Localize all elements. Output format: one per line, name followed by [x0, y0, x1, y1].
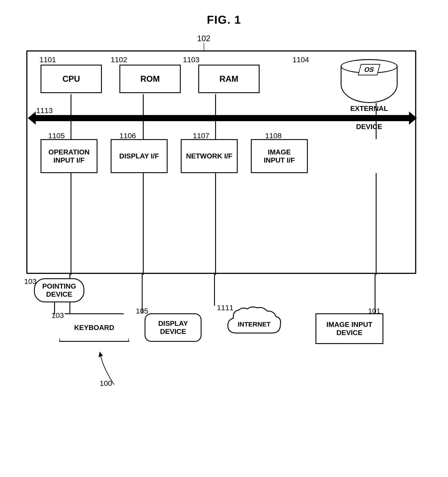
dispif-ext-line — [143, 173, 144, 275]
rom-bus-line — [143, 94, 144, 115]
display-if-box: DISPLAY I/F — [111, 139, 167, 173]
image-input-device-container: IMAGE INPUT DEVICE — [316, 313, 383, 344]
pointing-device-box: POINTING DEVICE — [34, 278, 84, 302]
cpu-box: CPU — [41, 65, 102, 93]
ref-1106: 1106 — [119, 131, 136, 140]
cylinder: OS — [341, 59, 398, 103]
opif-ext-line — [71, 173, 72, 275]
ref-1101: 1101 — [39, 55, 56, 64]
pointing-device-container: POINTING DEVICE — [34, 278, 84, 302]
ref-100-arrow — [85, 345, 129, 389]
network-if-box: NETWORK I/F — [181, 139, 238, 173]
rom-box: ROM — [119, 65, 181, 93]
ref-1108: 1108 — [265, 131, 282, 140]
ref-1111: 1111 — [217, 304, 233, 312]
ref-1105: 1105 — [48, 131, 65, 140]
ref-103b: 103 — [52, 311, 64, 320]
os-label: OS — [359, 64, 379, 75]
ref-1104: 1104 — [293, 55, 309, 64]
bus-imgif-line — [376, 121, 376, 139]
page-title: FIG. 1 — [0, 0, 448, 26]
svg-text:INTERNET: INTERNET — [238, 321, 271, 328]
display-device-box: DISPLAY DEVICE — [145, 313, 202, 342]
operation-input-if-box: OPERATIONINPUT I/F — [41, 139, 97, 173]
ext-netif-line — [214, 274, 215, 306]
keyboard-box: KEYBOARD — [59, 313, 129, 342]
main-box-102: 1101 1102 1103 1104 CPU ROM RAM OS EXTER… — [26, 50, 416, 274]
ref-1107: 1107 — [193, 131, 209, 140]
ref-101: 101 — [368, 307, 381, 315]
ref-103a: 103 — [24, 277, 36, 286]
ram-box: RAM — [198, 65, 260, 93]
bus-arrow — [34, 115, 411, 121]
cpu-bus-line — [71, 94, 72, 115]
label-102: 102 — [197, 34, 210, 43]
display-device-container: DISPLAY DEVICE — [145, 313, 202, 342]
keyboard-container: KEYBOARD — [59, 313, 129, 342]
ref-105: 105 — [136, 307, 148, 315]
top-components: CPU ROM RAM — [41, 65, 260, 93]
bus-dispif-line — [143, 121, 144, 139]
bus-netif-line — [215, 121, 216, 139]
ref-1102: 1102 — [111, 55, 127, 64]
netif-ext-line — [215, 173, 216, 275]
imgif-ext-line — [376, 173, 376, 275]
storage-bus-line — [376, 103, 376, 115]
bottom-interfaces: OPERATIONINPUT I/F DISPLAY I/F NETWORK I… — [41, 139, 308, 173]
ref-1113: 1113 — [36, 106, 53, 115]
bus-opif-line — [71, 121, 72, 139]
ref-1103: 1103 — [183, 55, 200, 64]
os-parallelogram: OS — [358, 64, 380, 75]
ram-bus-line — [215, 94, 216, 115]
label-102-connector — [204, 43, 204, 52]
svg-marker-1 — [99, 352, 103, 357]
image-input-device-box: IMAGE INPUT DEVICE — [316, 313, 383, 344]
image-input-if-box: IMAGEINPUT I/F — [251, 139, 308, 173]
